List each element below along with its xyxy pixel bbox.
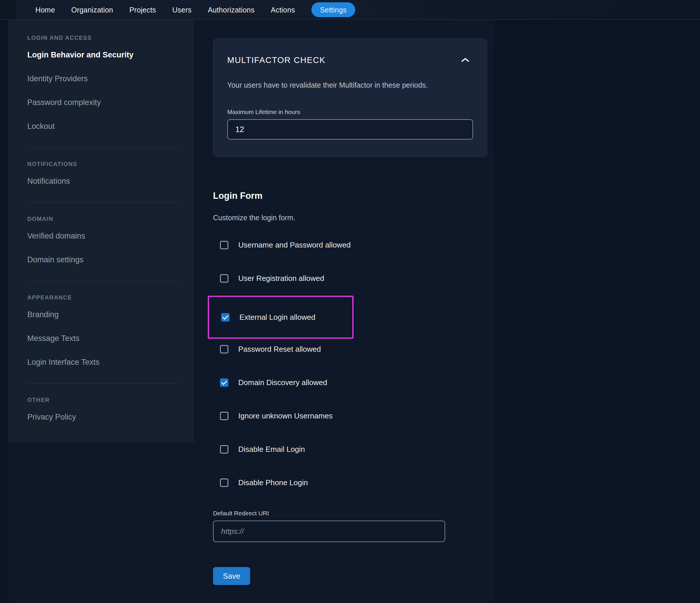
top-nav: Home Organization Projects Users Authori… [0,0,700,20]
settings-content: MULTIFACTOR CHECK Your users have to rev… [213,20,489,597]
option-domain-discovery-allowed: Domain Discovery allowed [213,376,489,389]
sidebar-divider [27,383,178,384]
sidebar-item-login-behavior-and-security[interactable]: Login Behavior and Security [27,43,186,67]
redirect-uri-label: Default Redirect URI [213,509,489,517]
password-reset-checkbox[interactable] [220,345,228,353]
option-disable-phone-login: Disable Phone Login [213,476,489,489]
sidebar-item-branding[interactable]: Branding [27,303,186,326]
disable-phone-login-checkbox[interactable] [220,478,228,487]
nav-item-authorizations[interactable]: Authorizations [208,3,254,17]
settings-sidebar: LOGIN AND ACCESS Login Behavior and Secu… [8,20,194,443]
sidebar-divider [27,147,178,148]
nav-item-projects[interactable]: Projects [129,3,156,17]
nav-item-home[interactable]: Home [35,3,55,17]
option-user-registration-allowed: User Registration allowed [213,272,489,285]
login-form-description: Customize the login form. [213,213,489,222]
checkbox-label: External Login allowed [240,313,316,322]
checkbox-label: Ignore unknown Usernames [238,411,332,421]
multifactor-check-card: MULTIFACTOR CHECK Your users have to rev… [213,38,487,157]
login-form-section: Login Form Customize the login form. Use… [213,191,489,597]
card-description: Your users have to revalidate their Mult… [227,80,473,90]
sidebar-section-appearance: APPEARANCE [27,294,186,301]
sidebar-item-privacy-policy[interactable]: Privacy Policy [27,405,186,429]
sidebar-item-verified-domains[interactable]: Verified domains [27,224,186,248]
sidebar-item-login-interface-texts[interactable]: Login Interface Texts [27,350,186,374]
chevron-up-icon [461,57,470,63]
nav-item-users[interactable]: Users [172,3,192,17]
highlight-annotation: External Login allowed [208,296,353,338]
nav-item-settings[interactable]: Settings [311,2,355,17]
card-header: MULTIFACTOR CHECK [227,55,473,65]
nav-item-organization[interactable]: Organization [71,3,113,17]
domain-discovery-checkbox[interactable] [220,378,228,387]
option-disable-email-login: Disable Email Login [213,443,489,456]
checkmark-icon [222,314,228,320]
sidebar-item-password-complexity[interactable]: Password complexity [27,91,186,114]
external-login-checkbox[interactable] [221,313,229,322]
login-form-title: Login Form [213,191,489,201]
sidebar-section-notifications: NOTIFICATIONS [27,160,186,168]
sidebar-item-message-texts[interactable]: Message Texts [27,326,186,350]
checkbox-label: Disable Phone Login [238,478,308,487]
sidebar-section-other: OTHER [27,396,186,403]
sidebar-section-domain: DOMAIN [27,215,186,222]
save-button[interactable]: Save [213,567,250,585]
option-password-reset-allowed: Password Reset allowed [213,343,489,355]
ignore-unknown-usernames-checkbox[interactable] [220,412,228,420]
checkmark-icon [221,379,227,385]
option-external-login-allowed: External Login allowed [214,311,352,324]
collapse-button[interactable] [460,56,471,64]
checkbox-label: User Registration allowed [238,274,324,283]
user-registration-checkbox[interactable] [220,274,228,283]
username-password-checkbox[interactable] [220,241,228,249]
sidebar-section-login-and-access: LOGIN AND ACCESS [27,34,186,41]
sidebar-item-identity-providers[interactable]: Identity Providers [27,67,186,91]
lifetime-input[interactable] [227,119,473,140]
settings-page: Home Organization Projects Users Authori… [0,0,700,603]
sidebar-item-notifications[interactable]: Notifications [27,169,186,193]
card-title: MULTIFACTOR CHECK [227,55,326,65]
nav-item-actions[interactable]: Actions [271,3,295,17]
logo-area [0,0,16,20]
redirect-uri-input[interactable] [213,521,445,542]
option-ignore-unknown-usernames: Ignore unknown Usernames [213,409,489,422]
disable-email-login-checkbox[interactable] [220,445,228,454]
nav-items: Home Organization Projects Users Authori… [0,2,355,17]
sidebar-divider [27,202,178,203]
option-username-password-allowed: Username and Password allowed [213,238,489,251]
checkbox-label: Domain Discovery allowed [238,378,327,387]
checkbox-label: Password Reset allowed [238,345,321,354]
sidebar-item-lockout[interactable]: Lockout [27,114,186,138]
checkbox-label: Username and Password allowed [238,241,351,250]
sidebar-item-domain-settings[interactable]: Domain settings [27,248,186,272]
lifetime-label: Maximum Lifetime in hours [227,108,473,116]
checkbox-label: Disable Email Login [238,445,305,454]
login-form-options: Username and Password allowed User Regis… [213,238,489,489]
